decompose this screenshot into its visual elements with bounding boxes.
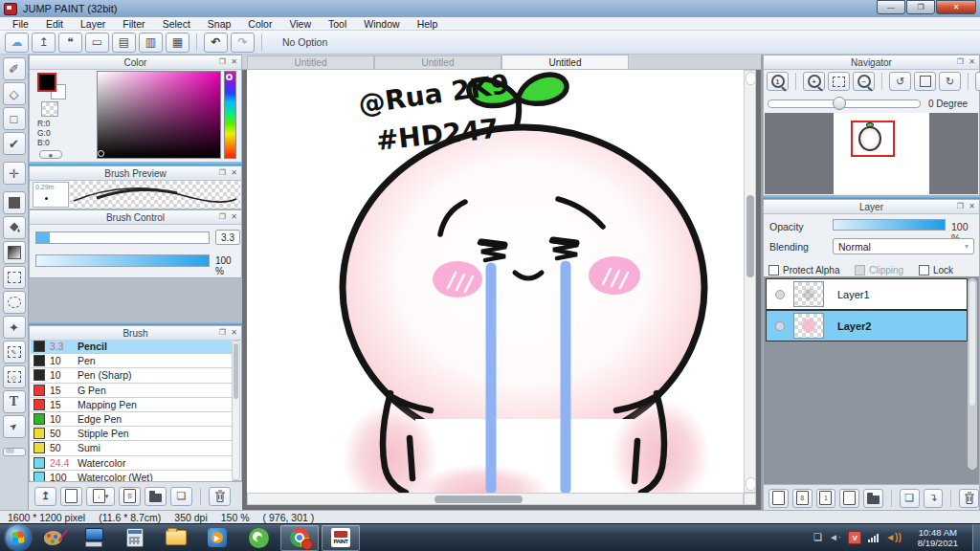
rotation-slider-thumb[interactable] <box>833 97 846 110</box>
start-button[interactable] <box>6 525 31 550</box>
taskbar-computer-app[interactable] <box>75 525 113 551</box>
taskbar-explorer-app[interactable] <box>157 525 195 551</box>
scrollbar-thumb[interactable] <box>434 496 523 503</box>
canvas[interactable]: @Rua 2K9 #HD247 <box>247 70 744 493</box>
bucket-tool[interactable] <box>3 216 26 239</box>
delete-layer-button[interactable] <box>959 489 979 508</box>
brush-item[interactable]: 24.4Watercolor <box>31 456 232 471</box>
popout-icon[interactable]: ❐ <box>219 56 226 68</box>
brush-item[interactable]: 10Pen <box>31 354 232 368</box>
popout-icon[interactable]: ❐ <box>219 167 226 179</box>
taskbar-clock[interactable]: 10:48 AM 8/19/2021 <box>918 527 958 548</box>
taskbar-calculator-app[interactable] <box>116 525 154 551</box>
opacity-slider[interactable] <box>833 219 946 231</box>
taskbar-media-player-app[interactable]: ▶ <box>198 525 236 551</box>
title-bar[interactable]: JUMP PAINT (32bit) — ❐ ✕ <box>0 0 980 17</box>
layer-folder-button[interactable] <box>863 489 883 508</box>
select-rect-tool[interactable] <box>3 266 26 289</box>
layer-row[interactable]: Layer1 <box>766 278 968 310</box>
gradient-tool[interactable] <box>3 241 26 264</box>
brush-item[interactable]: 50Sumi <box>31 441 232 455</box>
layer-row[interactable]: Layer2 <box>766 310 968 342</box>
new-8bit-layer-button[interactable]: 8 <box>792 489 813 508</box>
brush-item[interactable]: 3.3Pencil <box>31 340 232 354</box>
popout-icon[interactable]: ❐ <box>957 201 964 212</box>
close-button[interactable]: ✕ <box>936 0 976 14</box>
upload-brush-button[interactable]: ↥ <box>34 487 56 506</box>
save-brush-button[interactable]: ↓▾ <box>86 487 115 506</box>
cloud-button[interactable]: ☁ <box>5 33 29 53</box>
menu-item-view[interactable]: View <box>280 18 320 30</box>
lasso-tool[interactable] <box>3 291 26 314</box>
viewport-rectangle[interactable] <box>851 121 895 157</box>
minimize-button[interactable]: — <box>877 0 905 14</box>
control-tool[interactable]: ➤ <box>3 415 26 438</box>
foreground-color-swatch[interactable] <box>37 73 56 92</box>
scroll-down-button[interactable] <box>746 477 756 491</box>
zoom-actual-button[interactable]: 1 <box>767 72 789 91</box>
eraser-tool[interactable]: ◇ <box>3 82 26 105</box>
show-desktop-button[interactable] <box>972 524 980 551</box>
muted-speaker-icon[interactable]: ◄· <box>829 533 841 542</box>
menu-item-window[interactable]: Window <box>355 18 408 30</box>
protect-alpha-checkbox[interactable]: Protect Alpha <box>768 260 839 277</box>
zoom-in-button[interactable]: + <box>803 72 825 91</box>
brush-item[interactable]: 15G Pen <box>31 384 232 398</box>
unikey-icon[interactable]: V <box>848 531 861 544</box>
checkbox[interactable] <box>768 265 779 276</box>
restore-button[interactable]: ❐ <box>906 0 935 14</box>
text-tool[interactable]: T <box>3 390 26 413</box>
menu-item-help[interactable]: Help <box>409 18 447 30</box>
select-eraser-tool[interactable]: ◇ <box>3 365 26 388</box>
new-1bit-layer-button[interactable]: 1 <box>816 489 836 508</box>
taskbar-coccoc-app[interactable] <box>239 525 278 551</box>
menu-item-layer[interactable]: Layer <box>72 18 114 30</box>
popout-icon[interactable]: ❐ <box>219 327 226 339</box>
navigator-thumbnail[interactable] <box>834 113 929 194</box>
canvas-tab[interactable]: Untitled <box>374 55 501 70</box>
menu-item-file[interactable]: File <box>4 18 37 30</box>
brush-folder-button[interactable] <box>145 487 167 506</box>
new-brush-button[interactable] <box>60 487 82 506</box>
script-brush-button[interactable]: S <box>119 487 141 506</box>
close-icon[interactable]: ✕ <box>969 56 975 68</box>
menu-item-filter[interactable]: Filter <box>114 18 153 30</box>
close-icon[interactable]: ✕ <box>231 327 237 339</box>
layer-list-scrollbar[interactable] <box>968 278 977 470</box>
brush-item[interactable]: 10Edge Pen <box>31 412 232 427</box>
magic-wand-tool[interactable]: ✦ <box>3 316 26 339</box>
curve-tool[interactable]: ✔ <box>3 132 26 155</box>
layer-visibility-icon[interactable] <box>775 290 785 299</box>
menu-item-snap[interactable]: Snap <box>199 18 240 30</box>
canvas-tab[interactable]: Untitled <box>501 55 629 70</box>
popout-icon[interactable]: ❐ <box>957 56 964 68</box>
taskbar-chrome-app[interactable] <box>280 525 319 551</box>
menu-item-select[interactable]: Select <box>154 18 199 30</box>
brush-size-value[interactable]: 3.3 <box>215 230 240 245</box>
canvas-tab[interactable]: Untitled <box>247 55 374 70</box>
popout-icon[interactable]: ❐ <box>219 211 226 223</box>
canvas-artwork[interactable]: @Rua 2K9 #HD247 <box>247 70 744 493</box>
shape-tool[interactable]: □ <box>3 107 26 130</box>
flip-button[interactable]: ⇄ <box>975 72 980 91</box>
tray-expand-icon[interactable]: ❏ <box>813 533 822 542</box>
select-pen-tool[interactable]: ✎ <box>3 341 26 364</box>
bubble-button[interactable]: ▭ <box>85 33 109 53</box>
new-layer-button[interactable] <box>768 489 789 508</box>
close-icon[interactable]: ✕ <box>231 167 237 179</box>
edit-grid-button[interactable]: ▦ <box>166 33 189 53</box>
toolstrip-slider[interactable] <box>3 448 26 456</box>
brush-opacity-slider[interactable] <box>35 254 210 267</box>
duplicate-brush-button[interactable]: ❏ <box>170 487 192 506</box>
duplicate-layer-button[interactable]: ❏ <box>900 489 920 508</box>
fill-rect-tool[interactable] <box>3 191 26 214</box>
comment-button[interactable]: ❝ <box>58 33 82 53</box>
close-icon[interactable]: ✕ <box>969 201 975 212</box>
volume-icon[interactable]: ◄)) <box>885 533 902 542</box>
rotate-ccw-button[interactable]: ↺ <box>889 72 911 91</box>
rotate-cw-button[interactable]: ↻ <box>939 72 961 91</box>
lock-checkbox[interactable]: Lock <box>919 260 953 277</box>
halftone-layer-button[interactable] <box>839 489 859 508</box>
share-button[interactable]: ↥ <box>32 33 56 53</box>
canvas-hscrollbar[interactable] <box>247 493 744 505</box>
